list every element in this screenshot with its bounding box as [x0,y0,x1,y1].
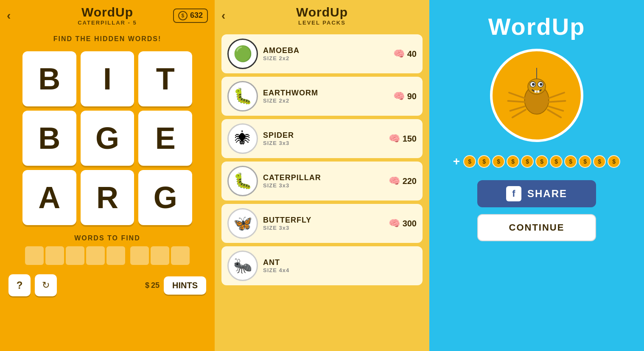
level-icon: 🟢 [227,39,258,69]
panel1-title: WordUp [81,5,133,20]
panel2-title-block: WordUp LEVEL PACKS [296,5,348,26]
reward-coin: $ [593,155,606,168]
level-name: AMOEBA [263,46,388,55]
level-packs-panel: ‹ WordUp LEVEL PACKS 🟢AMOEBASIZE 2x2🧠40🐛… [215,0,429,351]
reward-coin: $ [608,155,620,168]
question-button[interactable]: ? [8,274,31,296]
brain-icon: 🧠 [389,176,400,187]
grid-cell[interactable]: B [22,51,76,106]
share-label: SHARE [527,188,567,200]
score-value: 90 [407,92,417,101]
svg-line-10 [510,106,525,111]
level-score: 🧠40 [393,48,417,59]
level-item[interactable]: 🟢AMOEBASIZE 2x2🧠40 [221,34,423,73]
word-slot [151,246,169,265]
level-size: SIZE 3x3 [263,225,384,231]
word-slot [171,246,190,265]
reward-coin: $ [521,155,534,168]
score-value: 300 [403,219,417,228]
svg-line-15 [548,110,561,117]
panel1-title-block: WordUp CATERPILLAR - 5 [78,5,137,26]
share-button[interactable]: f SHARE [477,180,596,207]
svg-rect-6 [535,90,537,92]
panel1-header: ‹ WordUp CATERPILLAR - 5 $ 632 [0,0,215,31]
level-item[interactable]: 🕷SPIDERSIZE 3x3🧠150 [221,119,423,158]
reward-coin: $ [550,155,563,168]
level-info: CATERPILLARSIZE 3x3 [263,173,384,189]
level-item[interactable]: 🐛EARTHWORMSIZE 2x2🧠90 [221,77,423,116]
facebook-icon: f [506,186,521,201]
back-button-panel2[interactable]: ‹ [221,9,225,22]
grid-cell[interactable]: G [138,170,192,225]
word-slot-group-2 [130,246,190,265]
spider-illustration [503,68,571,123]
level-icon: 🐜 [227,251,258,281]
svg-line-13 [549,101,566,102]
level-name: ANT [263,258,412,267]
score-value: 150 [403,134,417,144]
grid-cell[interactable]: B [22,111,76,166]
coins-reward-row: + $$$$$$$$$$$ [453,155,620,168]
word-slot [66,246,84,265]
level-size: SIZE 2x2 [263,98,388,104]
coin-icon: $ [178,11,188,20]
level-size: SIZE 3x3 [263,182,384,189]
svg-rect-7 [537,90,539,92]
hints-button[interactable]: HINTS [164,276,206,295]
brain-icon: 🧠 [389,218,400,229]
svg-line-8 [509,93,524,98]
word-slot [25,246,44,265]
word-slot [45,246,64,265]
level-icon: 🐛 [227,166,258,196]
level-icon: 🦋 [227,208,258,239]
reward-coin: $ [535,155,548,168]
level-item[interactable]: 🐛CATERPILLARSIZE 3x3🧠220 [221,162,423,201]
grid-cell[interactable]: G [81,111,134,166]
grid-cell[interactable]: R [81,170,134,225]
refresh-button[interactable]: ↻ [35,274,57,296]
panel1-subtitle: CATERPILLAR - 5 [78,20,137,26]
grid-cell[interactable]: T [138,51,192,106]
letter-grid: BITBGEARG [18,47,196,229]
panel2-subtitle: LEVEL PACKS [298,20,346,26]
word-slot [86,246,105,265]
level-item[interactable]: 🦋BUTTERFLYSIZE 3x3🧠300 [221,204,423,243]
level-info: SPIDERSIZE 3x3 [263,131,384,146]
reward-coin: $ [507,155,519,168]
hints-cost: $ 25 [145,281,160,290]
spider-circle [490,49,583,142]
back-button-panel1[interactable]: ‹ [7,9,11,22]
svg-line-12 [549,93,564,98]
win-screen-panel: WordUp [429,0,644,351]
continue-label: CONTINUE [509,222,565,233]
svg-line-14 [549,106,563,111]
svg-line-9 [508,101,524,102]
level-icon: 🕷 [227,123,258,154]
level-info: BUTTERFLYSIZE 3x3 [263,216,384,231]
plus-icon: + [453,155,460,168]
level-info: ANTSIZE 4x4 [263,258,412,273]
svg-point-4 [532,83,535,86]
level-icon: 🐛 [227,81,258,111]
reward-coin: $ [564,155,577,168]
level-name: EARTHWORM [263,89,388,98]
coins-value: 632 [190,11,203,20]
level-name: BUTTERFLY [263,216,384,225]
words-to-find-label: WORDS TO FIND [74,234,140,242]
bottom-bar: ? ↻ $ 25 HINTS [0,270,215,301]
word-slots-container [25,246,190,265]
spider-thread [537,49,538,51]
level-score: 🧠150 [389,133,417,144]
find-words-label: FIND THE HIDDEN WORDS! [53,35,162,43]
level-size: SIZE 2x2 [263,55,388,61]
level-item[interactable]: 🐜ANTSIZE 4x4 [221,246,423,285]
grid-cell[interactable]: A [22,170,76,225]
continue-button[interactable]: CONTINUE [477,214,596,241]
level-size: SIZE 4x4 [263,267,412,273]
level-info: AMOEBASIZE 2x2 [263,46,388,61]
level-info: EARTHWORMSIZE 2x2 [263,89,388,104]
level-size: SIZE 3x3 [263,140,384,146]
grid-cell[interactable]: I [81,51,134,106]
grid-cell[interactable]: E [138,111,192,166]
word-slot [130,246,149,265]
